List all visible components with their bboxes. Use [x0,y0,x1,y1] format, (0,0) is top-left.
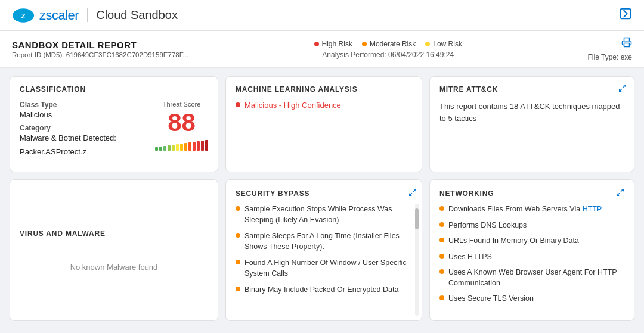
net-item-5: Uses Secure TLS Version [439,294,624,304]
brand-name: zscaler [39,8,79,23]
svg-rect-3 [624,43,630,47]
scrollbar-track [415,204,419,316]
risk-legend: High Risk Moderate Risk Low Risk [314,40,462,48]
bypass-text-0: Sample Execution Stops While Process Was… [244,204,414,225]
bypass-text-2: Found A High Number Of Window / User Spe… [244,258,414,279]
class-type-value: Malicious [20,110,116,119]
net-dot-2 [439,238,444,242]
net-text-3: Uses HTTPS [448,252,492,263]
virus-card: VIRUS AND MALWARE No known Malware found [10,179,218,321]
mitre-description: This report contains 18 ATT&CK technique… [439,101,624,124]
main-grid: CLASSIFICATION Class Type Malicious Cate… [0,68,644,329]
bar-seg-7 [180,144,183,151]
ml-analysis-card: MACHINE LEARNING ANALYSIS Malicious - Hi… [225,76,422,172]
print-button[interactable] [621,37,632,51]
report-title: SANDBOX DETAIL REPORT [12,40,188,50]
bypass-text-3: Binary May Include Packed Or Encrypted D… [244,285,398,295]
bypass-dot-2 [236,260,240,264]
bypass-dot-1 [236,233,240,238]
bar-seg-5 [172,145,175,151]
threat-bar [155,139,208,151]
bar-seg-3 [163,146,166,151]
low-risk-label: Low Risk [433,40,462,48]
ml-analysis-title: MACHINE LEARNING ANALYSIS [236,85,412,94]
bypass-expand-button[interactable] [408,188,417,198]
packer-value: Packer.ASProtect.z [20,147,116,156]
bar-seg-4 [168,145,171,151]
classification-card: CLASSIFICATION Class Type Malicious Cate… [10,76,218,172]
bar-seg-9 [188,142,191,151]
bypass-item-2: Found A High Number Of Window / User Spe… [236,258,414,279]
svg-rect-2 [621,8,631,18]
report-meta-left: SANDBOX DETAIL REPORT Report ID (MD5): 6… [12,40,188,58]
net-dot-1 [439,222,444,227]
threat-score-section: Threat Score 88 [155,101,208,151]
networking-expand-button[interactable] [616,188,624,198]
mitre-card: MITRE ATT&CK This report contains 18 ATT… [429,76,634,172]
threat-score-label: Threat Score [155,101,208,108]
svg-text:Z: Z [21,11,25,19]
header-title: Cloud Sandbox [87,8,178,22]
analysis-time: Analysis Performed: 06/04/2022 16:49:24 [314,51,462,59]
net-item-4: Uses A Known Web Browser User Agent For … [439,267,624,288]
net-dot-5 [439,295,444,300]
net-dot-3 [439,254,444,259]
net-dot-4 [439,269,444,274]
high-risk-label: High Risk [322,40,352,48]
net-item-2: URLs Found In Memory Or Binary Data [439,236,624,247]
net-dot-0 [439,206,444,211]
file-type: File Type: exe [588,53,632,61]
networking-title: NETWORKING [439,189,494,198]
bar-seg-13 [205,140,208,151]
bar-seg-12 [201,141,204,151]
moderate-risk-label: Moderate Risk [370,40,416,48]
header-left: Z zscaler Cloud Sandbox [12,7,178,24]
http-link-0[interactable]: HTTP [583,205,602,213]
bypass-dot-3 [236,287,240,291]
category-value: Malware & Botnet Detected: [20,133,116,142]
bypass-dot-0 [236,206,240,211]
bypass-text-1: Sample Sleeps For A Long Time (Installer… [244,231,414,252]
net-text-2: URLs Found In Memory Or Binary Data [448,236,579,247]
net-text-4: Uses A Known Web Browser User Agent For … [448,267,624,288]
scrollbar-thumb[interactable] [415,208,419,229]
report-meta-right: File Type: exe [588,37,632,61]
net-item-0: Downloads Files From Web Servers Via HTT… [439,204,624,215]
high-risk-dot [314,42,319,46]
report-meta: SANDBOX DETAIL REPORT Report ID (MD5): 6… [0,31,644,68]
low-risk-legend: Low Risk [425,40,462,48]
moderate-risk-legend: Moderate Risk [362,40,416,48]
bar-seg-11 [197,141,200,151]
low-risk-dot [425,42,430,46]
class-left: Class Type Malicious Category Malware & … [20,101,116,161]
networking-card: NETWORKING Downloads Files From Web Serv… [429,179,634,321]
net-item-3: Uses HTTPS [439,252,624,263]
logo: Z zscaler [12,7,79,24]
bypass-item-1: Sample Sleeps For A Long Time (Installer… [236,231,414,252]
export-button[interactable] [619,7,632,24]
bar-seg-10 [193,142,196,151]
bypass-item-3: Binary May Include Packed Or Encrypted D… [236,285,414,295]
net-text-5: Uses Secure TLS Version [448,294,534,304]
mitre-title: MITRE ATT&CK [439,85,624,94]
threat-score-value: 88 [155,110,208,135]
bar-seg-2 [159,147,162,151]
category-label: Category [20,124,116,132]
net-text-0: Downloads Files From Web Servers Via HTT… [448,204,602,215]
net-item-1: Performs DNS Lookups [439,220,624,231]
security-bypass-card: SECURITY BYPASS Sample Execution Stops W… [225,179,422,321]
bar-seg-8 [184,143,187,151]
class-row: Class Type Malicious Category Malware & … [20,101,208,161]
ml-item-0: Malicious - High Confidence [236,101,412,110]
mitre-expand-button[interactable] [618,84,627,94]
report-id: Report ID (MD5): 619649CE3FC1682C702D915… [12,51,188,58]
bypass-list: Sample Execution Stops While Process Was… [236,204,417,297]
high-risk-legend: High Risk [314,40,352,48]
bar-seg-6 [176,144,179,151]
report-meta-center: High Risk Moderate Risk Low Risk Analysi… [314,40,462,59]
ml-text-0: Malicious - High Confidence [244,101,341,110]
virus-title: VIRUS AND MALWARE [20,229,208,238]
bypass-item-0: Sample Execution Stops While Process Was… [236,204,414,225]
moderate-risk-dot [362,42,367,46]
bypass-title: SECURITY BYPASS [236,189,309,198]
